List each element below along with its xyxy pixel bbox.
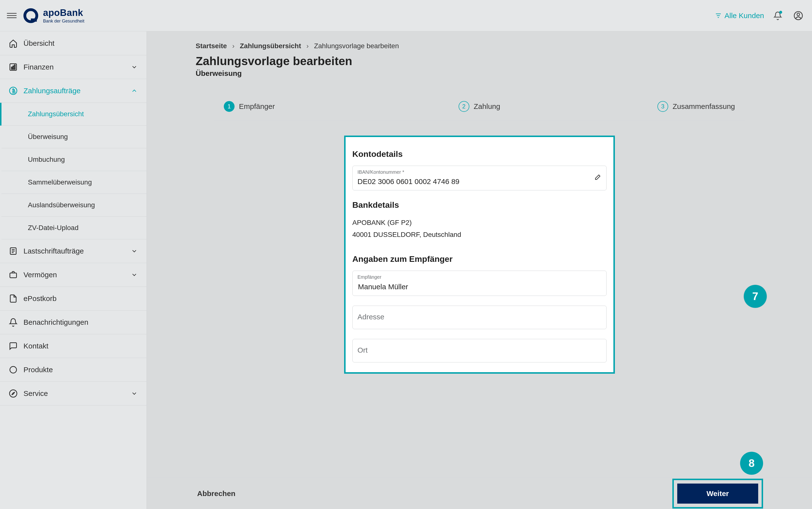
sidebar-item-label: Kontakt xyxy=(24,342,48,350)
step-label: Zusammenfassung xyxy=(673,102,735,111)
chevron-down-icon xyxy=(131,248,138,254)
sidebar-sub-payments-overview[interactable]: Zahlungsübersicht xyxy=(0,103,147,126)
brand-logo[interactable]: apoBank Bank der Gesundheit xyxy=(22,7,84,25)
list-icon xyxy=(9,247,17,256)
section-account-title: Kontodetails xyxy=(353,149,606,159)
sidebar-item-epost[interactable]: ePostkorb xyxy=(0,287,147,310)
recipient-label: Empfänger xyxy=(358,274,601,280)
chevron-down-icon xyxy=(131,64,138,70)
sidebar-item-label: Produkte xyxy=(24,366,53,374)
notification-dot xyxy=(779,11,782,14)
sidebar-item-label: Lastschriftaufträge xyxy=(24,247,84,255)
payments-icon xyxy=(9,87,17,95)
next-button-highlight: Weiter xyxy=(672,479,763,509)
recipient-field[interactable]: Empfänger xyxy=(353,271,606,296)
iban-label: IBAN/Kontonummer * xyxy=(358,169,601,175)
bank-address: 40001 DUSSELDORF, Deutschland xyxy=(353,229,606,241)
brand-tagline: Bank der Gesundheit xyxy=(43,19,84,24)
footer-actions: Abbrechen 8 Weiter xyxy=(147,478,812,509)
sidebar-item-payments[interactable]: Zahlungsaufträge xyxy=(0,79,147,103)
svg-point-17 xyxy=(10,367,16,373)
step-summary[interactable]: 3 Zusammenfassung xyxy=(574,101,735,112)
sidebar-item-label: Vermögen xyxy=(24,271,57,279)
next-button[interactable]: Weiter xyxy=(677,483,758,504)
annotation-badge-7: 7 xyxy=(744,285,767,308)
customers-filter[interactable]: Alle Kunden xyxy=(715,11,764,20)
sidebar-item-direct-debit[interactable]: Lastschriftaufträge xyxy=(0,239,147,263)
city-label: Ort xyxy=(358,346,601,354)
home-icon xyxy=(9,39,17,48)
sidebar-item-wealth[interactable]: Vermögen xyxy=(0,263,147,287)
sidebar-item-notifications[interactable]: Benachrichtigungen xyxy=(0,310,147,334)
iban-field[interactable]: IBAN/Kontonummer * DE02 3006 0601 0002 4… xyxy=(353,166,606,191)
chevron-up-icon xyxy=(131,88,138,94)
breadcrumb-payments[interactable]: Zahlungsübersicht xyxy=(240,42,301,50)
svg-rect-9 xyxy=(13,66,14,69)
recipient-input[interactable] xyxy=(358,282,601,291)
svg-point-18 xyxy=(9,390,17,397)
circle-icon xyxy=(9,365,17,374)
section-bank-title: Bankdetails xyxy=(353,200,606,210)
page-subtitle: Überweisung xyxy=(196,69,763,77)
main: Startseite › Zahlungsübersicht › Zahlung… xyxy=(147,31,812,509)
svg-marker-19 xyxy=(12,392,15,395)
chevron-down-icon xyxy=(131,390,138,397)
chevron-down-icon xyxy=(131,271,138,278)
logo-icon xyxy=(22,7,40,25)
address-label: Adresse xyxy=(358,313,601,321)
finance-icon xyxy=(9,63,17,71)
city-field[interactable]: Ort xyxy=(353,339,606,363)
compass-icon xyxy=(9,389,17,398)
topbar: apoBank Bank der Gesundheit Alle Kunden xyxy=(0,0,812,31)
sidebar-item-label: Benachrichtigungen xyxy=(24,318,88,327)
step-recipient[interactable]: 1 Empfänger xyxy=(224,101,384,112)
sidebar-item-contact[interactable]: Kontakt xyxy=(0,334,147,358)
brand-name: apoBank xyxy=(43,8,83,18)
bank-name: APOBANK (GF P2) xyxy=(353,216,606,229)
sidebar-item-products[interactable]: Produkte xyxy=(0,358,147,382)
sidebar-item-finance[interactable]: Finanzen xyxy=(0,55,147,79)
customers-label: Alle Kunden xyxy=(725,11,764,20)
sidebar-item-service[interactable]: Service xyxy=(0,382,147,406)
sidebar-sub-batch-transfer[interactable]: Sammelüberweisung xyxy=(0,171,147,194)
sidebar-item-label: Service xyxy=(24,389,48,398)
section-recipient-title: Angaben zum Empfänger xyxy=(353,254,606,264)
file-icon xyxy=(9,294,17,303)
step-payment[interactable]: 2 Zahlung xyxy=(399,101,560,112)
breadcrumb-home[interactable]: Startseite xyxy=(196,42,227,50)
sidebar-item-label: Zahlungsaufträge xyxy=(24,87,81,95)
svg-rect-16 xyxy=(10,273,16,278)
svg-rect-8 xyxy=(11,67,12,69)
sidebar-sub-rebooking[interactable]: Umbuchung xyxy=(0,148,147,171)
notifications-button[interactable] xyxy=(771,9,785,23)
account-button[interactable] xyxy=(791,9,805,23)
breadcrumb-current: Zahlungsvorlage bearbeiten xyxy=(314,42,399,50)
svg-rect-1 xyxy=(31,19,37,22)
menu-toggle[interactable] xyxy=(7,11,16,21)
stepper: 1 Empfänger 2 Zahlung 3 Zusammenfassung xyxy=(214,92,745,121)
sidebar-item-label: ePostkorb xyxy=(24,294,57,303)
address-field[interactable]: Adresse xyxy=(353,306,606,329)
svg-rect-10 xyxy=(14,65,15,69)
sidebar-sub-transfer[interactable]: Überweisung xyxy=(0,126,147,148)
sidebar: Übersicht Finanzen Zahlungsaufträge Zahl… xyxy=(0,31,147,509)
chat-icon xyxy=(9,342,17,350)
sidebar-item-overview[interactable]: Übersicht xyxy=(0,32,147,55)
sidebar-sub-foreign-transfer[interactable]: Auslandsüberweisung xyxy=(0,194,147,216)
edit-icon[interactable] xyxy=(594,174,601,182)
iban-value: DE02 3006 0601 0002 4746 89 xyxy=(358,177,459,185)
sidebar-sub-file-upload[interactable]: ZV-Datei-Upload xyxy=(0,216,147,239)
bank-details: APOBANK (GF P2) 40001 DUSSELDORF, Deutsc… xyxy=(353,216,606,241)
form-card: Kontodetails IBAN/Kontonummer * DE02 300… xyxy=(344,136,615,374)
svg-point-6 xyxy=(797,13,800,16)
briefcase-icon xyxy=(9,270,17,279)
sidebar-item-label: Übersicht xyxy=(24,39,54,47)
bell-icon xyxy=(9,318,17,327)
annotation-badge-8: 8 xyxy=(740,452,763,475)
page-title: Zahlungsvorlage bearbeiten xyxy=(196,54,763,68)
cancel-button[interactable]: Abbrechen xyxy=(196,489,237,498)
sidebar-item-label: Finanzen xyxy=(24,63,53,71)
breadcrumb: Startseite › Zahlungsübersicht › Zahlung… xyxy=(196,42,763,50)
step-label: Empfänger xyxy=(239,102,275,111)
step-label: Zahlung xyxy=(474,102,500,111)
